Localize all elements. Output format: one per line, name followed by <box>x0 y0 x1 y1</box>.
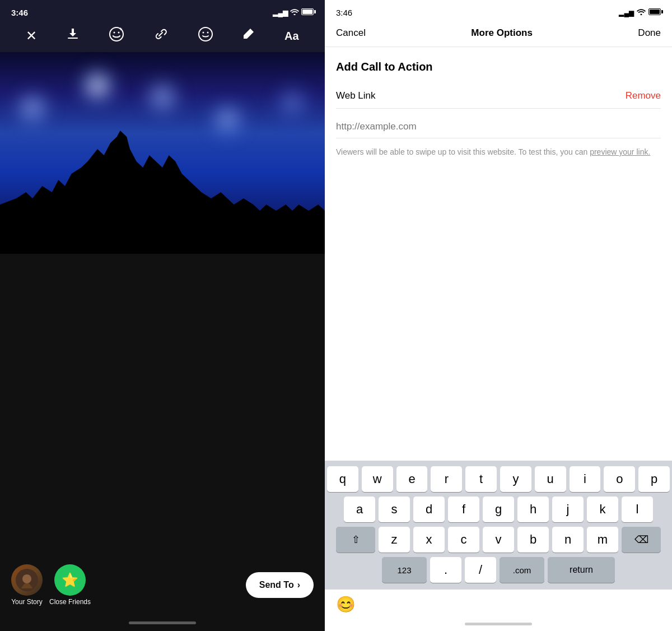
done-button[interactable]: Done <box>638 27 661 39</box>
key-a[interactable]: a <box>344 497 375 522</box>
bottom-bar-left: Your Story ⭐ Close Friends Send To › <box>0 555 325 617</box>
light-spot-mid <box>146 80 179 114</box>
key-w[interactable]: w <box>362 466 393 492</box>
return-key[interactable]: return <box>548 557 615 583</box>
light-spot-far <box>276 86 309 119</box>
key-f[interactable]: f <box>448 497 479 522</box>
svg-point-12 <box>641 14 642 16</box>
send-to-label: Send To <box>259 580 294 590</box>
cancel-button[interactable]: Cancel <box>336 27 366 39</box>
svg-rect-0 <box>68 38 78 39</box>
key-q[interactable]: q <box>327 466 358 492</box>
svg-text:+: + <box>119 26 122 32</box>
status-icons-left: ▂▄▆ <box>273 8 314 17</box>
signal-icon-left: ▂▄▆ <box>273 9 288 17</box>
key-x[interactable]: x <box>413 527 445 553</box>
wifi-icon-right <box>637 8 646 17</box>
web-link-label: Web Link <box>336 90 376 101</box>
status-bar-left: 3:46 ▂▄▆ <box>0 0 325 22</box>
text-icon[interactable]: Aa <box>284 30 299 43</box>
key-n[interactable]: n <box>552 527 584 553</box>
key-h[interactable]: h <box>517 497 549 522</box>
home-indicator-left <box>0 617 325 631</box>
right-phone: 3:46 ▂▄▆ Cancel More Options Done Add Ca… <box>325 0 672 631</box>
key-v[interactable]: v <box>483 527 514 553</box>
download-icon[interactable] <box>67 27 79 44</box>
content-area: Add Call to Action Web Link Remove Viewe… <box>325 47 672 461</box>
nav-title: More Options <box>471 27 533 39</box>
your-story-item[interactable]: Your Story <box>11 564 43 606</box>
send-to-button[interactable]: Send To › <box>246 572 314 598</box>
dot-key[interactable]: . <box>430 557 461 583</box>
close-friends-item[interactable]: ⭐ Close Friends <box>49 564 91 606</box>
left-phone: 3:46 ▂▄▆ ✕ <box>0 0 325 631</box>
delete-key[interactable]: ⌫ <box>622 527 661 553</box>
slash-key[interactable]: / <box>465 557 496 583</box>
section-title: Add Call to Action <box>336 61 661 73</box>
url-input[interactable] <box>336 115 661 138</box>
key-s[interactable]: s <box>379 497 410 522</box>
svg-point-11 <box>22 574 31 583</box>
key-t[interactable]: t <box>465 466 497 492</box>
keyboard-row-4: 123 . / .com return <box>327 557 670 583</box>
helper-text-before: Viewers will be able to swipe up to visi… <box>336 147 590 156</box>
key-p[interactable]: p <box>638 466 670 492</box>
svg-point-6 <box>202 32 204 34</box>
remove-button[interactable]: Remove <box>626 90 661 101</box>
toolbar-left: ✕ + <box>0 22 325 52</box>
wifi-icon-left <box>290 8 299 17</box>
crowd-silhouette <box>0 131 325 254</box>
helper-text: Viewers will be able to swipe up to visi… <box>336 146 661 158</box>
numbers-key[interactable]: 123 <box>382 557 427 583</box>
stage-lights <box>0 69 325 136</box>
key-y[interactable]: y <box>500 466 531 492</box>
svg-point-5 <box>199 27 212 41</box>
time-left: 3:46 <box>11 8 28 17</box>
concert-image <box>0 52 325 254</box>
key-d[interactable]: d <box>413 497 445 522</box>
web-link-row: Web Link Remove <box>336 83 661 109</box>
sticker-icon[interactable]: + <box>109 26 124 45</box>
key-i[interactable]: i <box>570 466 601 492</box>
draw-icon[interactable] <box>242 27 255 44</box>
your-story-label: Your Story <box>11 598 43 606</box>
close-friends-label: Close Friends <box>49 598 91 606</box>
preview-link[interactable]: preview your link. <box>590 147 650 156</box>
keyboard-row-1: q w e r t y u i o p <box>327 466 670 492</box>
key-g[interactable]: g <box>483 497 514 522</box>
home-indicator-right <box>325 619 672 631</box>
nav-bar-right: Cancel More Options Done <box>325 22 672 47</box>
home-bar-left <box>129 621 196 624</box>
key-k[interactable]: k <box>587 497 618 522</box>
key-u[interactable]: u <box>535 466 566 492</box>
key-c[interactable]: c <box>448 527 479 553</box>
bottom-accessory-bar: 😊 <box>325 590 672 619</box>
key-z[interactable]: z <box>379 527 410 553</box>
home-bar-right <box>465 623 532 625</box>
close-icon[interactable]: ✕ <box>26 28 37 44</box>
link-icon[interactable] <box>153 27 168 45</box>
key-l[interactable]: l <box>622 497 653 522</box>
key-b[interactable]: b <box>517 527 549 553</box>
svg-point-7 <box>207 32 208 34</box>
time-right: 3:46 <box>336 8 352 17</box>
key-r[interactable]: r <box>431 466 462 492</box>
key-j[interactable]: j <box>552 497 584 522</box>
key-o[interactable]: o <box>604 466 635 492</box>
emoji-button[interactable]: 😊 <box>336 595 356 614</box>
keyboard-row-2: a s d f g h j k l <box>327 497 670 522</box>
dotcom-key[interactable]: .com <box>500 557 544 583</box>
key-m[interactable]: m <box>587 527 618 553</box>
signal-icon-right: ▂▄▆ <box>619 9 634 17</box>
gif-sticker-icon[interactable] <box>198 26 213 45</box>
dark-background-area <box>0 254 325 555</box>
key-e[interactable]: e <box>396 466 428 492</box>
shift-key[interactable]: ⇧ <box>336 527 375 553</box>
keyboard: q w e r t y u i o p a s d f g h j k l ⇧ … <box>325 461 672 590</box>
star-icon: ⭐ <box>62 572 78 588</box>
light-spot-left <box>16 91 49 125</box>
battery-icon-left <box>301 8 314 17</box>
battery-icon-right <box>648 8 661 17</box>
light-spot-center <box>81 69 114 103</box>
status-bar-right: 3:46 ▂▄▆ <box>325 0 672 22</box>
